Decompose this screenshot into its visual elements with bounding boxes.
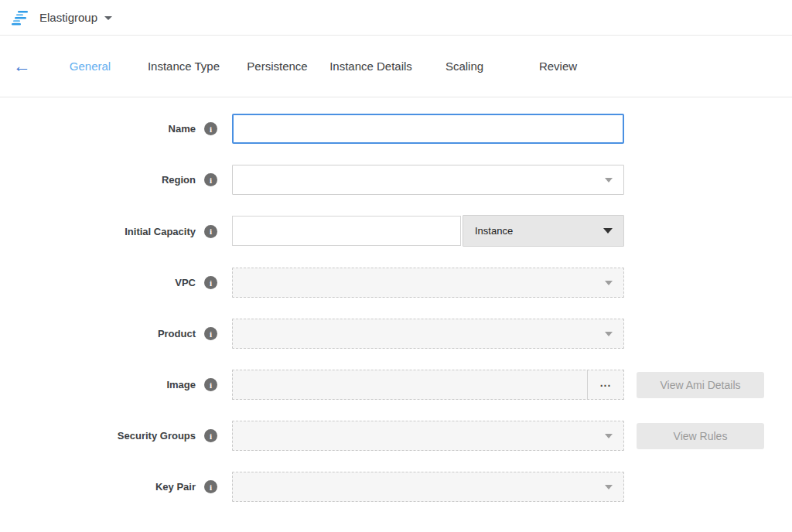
key-pair-label: Key Pair: [155, 481, 196, 493]
app-switcher[interactable]: Elastigroup: [39, 11, 97, 24]
info-icon[interactable]: i: [204, 173, 217, 186]
region-label: Region: [162, 174, 196, 186]
initial-capacity-row: Initial Capacity i Instance: [0, 216, 792, 247]
wizard-tabbar: ← General Instance Type Persistence Inst…: [0, 36, 792, 97]
chevron-down-icon: [605, 485, 613, 489]
tab-instance-type[interactable]: Instance Type: [137, 60, 230, 73]
region-row: Region i: [0, 165, 792, 195]
vpc-select: [232, 268, 624, 298]
tab-scaling[interactable]: Scaling: [418, 60, 511, 73]
key-pair-row: Key Pair i: [0, 472, 792, 502]
vpc-label: VPC: [175, 277, 196, 288]
capacity-unit-value: Instance: [475, 225, 513, 237]
region-select[interactable]: [232, 165, 624, 195]
key-pair-select: [232, 472, 624, 502]
chevron-down-icon: [605, 434, 613, 438]
vpc-row: VPC i: [0, 268, 792, 298]
app-header: Elastigroup: [0, 0, 792, 36]
security-groups-row: Security Groups i View Rules: [0, 421, 792, 451]
product-label: Product: [158, 328, 196, 339]
product-select: [232, 319, 624, 349]
chevron-down-icon[interactable]: [104, 16, 112, 20]
name-input[interactable]: [232, 114, 624, 144]
chevron-down-icon: [605, 332, 613, 336]
initial-capacity-label: Initial Capacity: [125, 226, 196, 237]
info-icon[interactable]: i: [204, 480, 217, 493]
elastigroup-logo-icon: [11, 9, 32, 26]
image-browse-button: ...: [587, 370, 623, 399]
image-input: ...: [232, 370, 624, 400]
security-groups-label: Security Groups: [118, 430, 196, 442]
tab-general[interactable]: General: [43, 60, 137, 73]
info-icon[interactable]: i: [204, 378, 217, 391]
tab-review[interactable]: Review: [511, 60, 605, 73]
view-rules-button: View Rules: [637, 423, 764, 449]
capacity-unit-select[interactable]: Instance: [463, 215, 624, 247]
chevron-down-icon: [605, 178, 613, 182]
image-row: Image i ... View Ami Details: [0, 370, 792, 400]
info-icon[interactable]: i: [204, 122, 217, 135]
chevron-down-icon: [603, 228, 613, 234]
tab-instance-details[interactable]: Instance Details: [324, 60, 418, 73]
info-icon[interactable]: i: [204, 276, 217, 289]
info-icon[interactable]: i: [204, 225, 217, 238]
security-groups-select: [232, 421, 624, 451]
info-icon[interactable]: i: [204, 327, 217, 340]
product-row: Product i: [0, 319, 792, 349]
name-label: Name: [169, 123, 196, 135]
initial-capacity-input[interactable]: [232, 216, 461, 246]
tab-persistence[interactable]: Persistence: [230, 60, 324, 73]
general-form: Name i Region i Initial Capacity i Insta…: [0, 97, 792, 502]
image-label: Image: [166, 379, 196, 390]
chevron-down-icon: [605, 281, 613, 285]
info-icon[interactable]: i: [204, 429, 217, 442]
view-ami-details-button: View Ami Details: [637, 372, 764, 398]
name-row: Name i: [0, 114, 792, 144]
back-arrow-icon[interactable]: ←: [0, 57, 43, 75]
